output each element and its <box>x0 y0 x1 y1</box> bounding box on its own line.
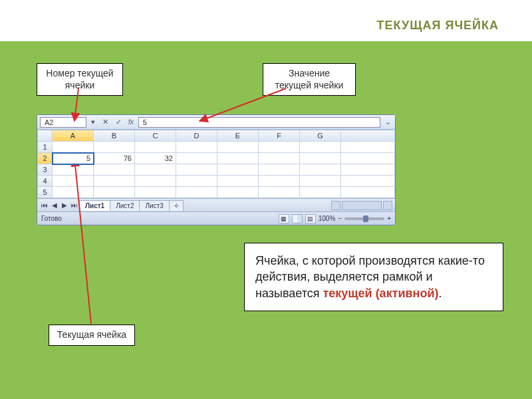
cancel-icon[interactable]: ✕ <box>100 117 110 128</box>
first-sheet-icon[interactable]: ⏮ <box>40 201 49 210</box>
cell-G4[interactable] <box>300 176 341 187</box>
next-sheet-icon[interactable]: ▶ <box>60 201 69 210</box>
cell-B3[interactable] <box>94 164 135 176</box>
cell-C2[interactable]: 32 <box>135 153 176 164</box>
last-sheet-icon[interactable]: ⏭ <box>70 201 79 210</box>
col-header-C[interactable]: C <box>135 130 176 142</box>
callout-current-cell: Текущая ячейка <box>49 325 135 346</box>
slide-title: ТЕКУЩАЯ ЯЧЕЙКА <box>377 19 499 33</box>
cell-G2[interactable] <box>300 153 341 164</box>
zoom-thumb[interactable] <box>363 215 368 222</box>
cell-E4[interactable] <box>217 176 259 187</box>
view-pagebreak-icon[interactable]: ▤ <box>305 214 316 223</box>
cell-F3[interactable] <box>259 164 300 176</box>
prev-sheet-icon[interactable]: ◀ <box>50 201 59 210</box>
new-sheet-icon[interactable]: ✧ <box>169 200 184 211</box>
tab-sheet3[interactable]: Лист3 <box>139 200 169 211</box>
explanation-keyword: текущей (активной) <box>323 287 439 300</box>
view-layout-icon[interactable] <box>292 214 303 223</box>
view-normal-icon[interactable]: ▦ <box>279 214 289 223</box>
h-scroll[interactable] <box>184 201 392 210</box>
name-box[interactable]: A2 <box>40 117 86 128</box>
status-bar: Готово ▦ ▤ 100% − + <box>37 211 395 225</box>
scroll-right-icon[interactable] <box>383 201 392 210</box>
zoom-label: 100% <box>319 215 336 222</box>
cell-F4[interactable] <box>259 176 300 187</box>
cell-A5[interactable] <box>53 187 94 198</box>
cell-C4[interactable] <box>135 176 176 187</box>
cell-G3[interactable] <box>300 164 341 176</box>
expand-formula-icon[interactable]: ⌄ <box>383 118 392 126</box>
cell-D3[interactable] <box>176 164 217 176</box>
status-text: Готово <box>41 215 62 222</box>
formula-bar: A2 ▾ ✕ ✓ fx 5 ⌄ <box>37 115 395 130</box>
cell-A4[interactable] <box>53 176 94 187</box>
zoom-in-icon[interactable]: + <box>387 215 391 222</box>
cell-F1[interactable] <box>259 142 300 153</box>
fx-label[interactable]: fx <box>126 118 136 126</box>
scroll-left-icon[interactable] <box>331 201 340 210</box>
formula-input[interactable]: 5 <box>138 117 380 128</box>
cell-F5[interactable] <box>259 187 300 198</box>
col-header-E[interactable]: E <box>217 130 259 142</box>
cell-grid[interactable]: A B C D E F G 1 2 5 76 32 3 <box>37 130 395 198</box>
cell-E2[interactable] <box>217 153 259 164</box>
cell-E1[interactable] <box>217 142 259 153</box>
excel-window: A2 ▾ ✕ ✓ fx 5 ⌄ A B C D E F G 1 <box>37 114 396 225</box>
row-header-4[interactable]: 4 <box>38 176 53 187</box>
scroll-track[interactable] <box>342 201 382 210</box>
row-header-2[interactable]: 2 <box>38 153 53 164</box>
explanation-period: . <box>439 287 442 300</box>
col-header-D[interactable]: D <box>176 130 217 142</box>
tab-sheet1[interactable]: Лист1 <box>79 200 110 211</box>
cell-C1[interactable] <box>135 142 176 153</box>
cell-blank-4[interactable] <box>341 176 395 187</box>
col-header-A[interactable]: A <box>53 130 94 142</box>
zoom-out-icon[interactable]: − <box>338 215 342 222</box>
tab-sheet2[interactable]: Лист2 <box>110 200 140 211</box>
grid-area: A B C D E F G 1 2 5 76 32 3 <box>37 130 395 198</box>
cell-C3[interactable] <box>135 164 176 176</box>
zoom-slider[interactable] <box>344 217 384 220</box>
enter-icon[interactable]: ✓ <box>113 117 124 128</box>
cell-E5[interactable] <box>217 187 259 198</box>
cell-A1[interactable] <box>53 142 94 153</box>
row-header-5[interactable]: 5 <box>38 187 53 198</box>
col-header-F[interactable]: F <box>259 130 300 142</box>
cell-blank-2[interactable] <box>341 153 395 164</box>
cell-D2[interactable] <box>176 153 217 164</box>
cell-blank-3[interactable] <box>341 164 395 176</box>
cell-C5[interactable] <box>135 187 176 198</box>
cell-D4[interactable] <box>176 176 217 187</box>
cell-blank-5[interactable] <box>341 187 395 198</box>
cell-E3[interactable] <box>217 164 259 176</box>
col-header-spacer <box>341 130 395 142</box>
callout-cell-value: Значение текущей ячейки <box>263 63 356 96</box>
row-header-1[interactable]: 1 <box>38 142 53 153</box>
col-header-B[interactable]: B <box>94 130 135 142</box>
cell-G5[interactable] <box>300 187 341 198</box>
col-header-G[interactable]: G <box>300 130 341 142</box>
cell-F2[interactable] <box>259 153 300 164</box>
row-header-3[interactable]: 3 <box>38 164 53 176</box>
cell-blank-1[interactable] <box>341 142 395 153</box>
cell-B1[interactable] <box>94 142 135 153</box>
explanation-box: Ячейка, с которой производятся какие-то … <box>244 243 503 311</box>
cell-D5[interactable] <box>176 187 217 198</box>
cell-D1[interactable] <box>176 142 217 153</box>
cell-A3[interactable] <box>53 164 94 176</box>
name-box-dropdown-icon[interactable]: ▾ <box>89 118 97 126</box>
cell-A2[interactable]: 5 <box>53 153 94 164</box>
cell-B2[interactable]: 76 <box>94 153 135 164</box>
select-all-corner[interactable] <box>38 130 53 142</box>
cell-B5[interactable] <box>94 187 135 198</box>
cell-G1[interactable] <box>300 142 341 153</box>
sheet-tab-bar: ⏮ ◀ ▶ ⏭ Лист1 Лист2 Лист3 ✧ <box>37 198 395 211</box>
cell-B4[interactable] <box>94 176 135 187</box>
callout-cell-number: Номер текущей ячейки <box>37 63 123 96</box>
